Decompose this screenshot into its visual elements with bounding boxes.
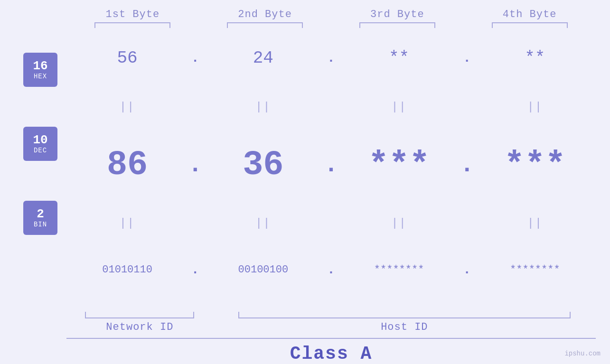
sep-1-b1: || bbox=[66, 101, 188, 113]
sep-2: || || || || bbox=[66, 216, 596, 231]
bin-b4: ******** bbox=[474, 264, 596, 276]
sep-1-b2: || bbox=[202, 101, 324, 113]
bin-num: 2 bbox=[37, 207, 44, 221]
bracket-4 bbox=[492, 22, 568, 28]
content-area: 16 HEX 10 DEC 2 BIN 56 . 24 . ** . ** bbox=[0, 33, 610, 312]
hex-b4: ** bbox=[474, 48, 596, 68]
bracket-cell-2 bbox=[199, 22, 331, 28]
hex-b3: ** bbox=[338, 48, 460, 68]
network-bracket bbox=[85, 312, 194, 318]
bracket-cell-3 bbox=[331, 22, 464, 28]
data-rows: 56 . 24 . ** . ** || || || || 86 bbox=[66, 33, 596, 312]
host-id-label: Host ID bbox=[213, 321, 596, 333]
bracket-cell-1 bbox=[66, 22, 199, 28]
sep-1: || || || || bbox=[66, 100, 596, 114]
byte3-header: 3rd Byte bbox=[331, 9, 464, 20]
dec-num: 10 bbox=[33, 133, 47, 147]
dec-b4: *** bbox=[474, 146, 596, 185]
byte4-header: 4th Byte bbox=[463, 9, 596, 20]
bin-b1: 01010110 bbox=[66, 264, 188, 276]
hex-dot1: . bbox=[188, 51, 202, 65]
dec-b3: *** bbox=[338, 146, 460, 185]
dec-b2: 36 bbox=[202, 146, 324, 185]
class-label: Class A bbox=[66, 339, 596, 364]
id-labels: Network ID Host ID bbox=[66, 321, 596, 333]
host-bracket bbox=[238, 312, 571, 318]
byte1-header: 1st Byte bbox=[66, 9, 199, 20]
host-bracket-wrap bbox=[213, 312, 596, 318]
top-bracket-row bbox=[0, 22, 610, 28]
network-id-label: Network ID bbox=[66, 321, 213, 333]
bin-dot1: . bbox=[188, 262, 202, 277]
sep-1-b4: || bbox=[474, 101, 596, 113]
bin-dot3: . bbox=[460, 262, 474, 277]
dec-row: 86 . 36 . *** . *** bbox=[66, 146, 596, 185]
network-bracket-wrap bbox=[66, 312, 213, 318]
hex-b1: 56 bbox=[66, 48, 188, 68]
dec-dot1: . bbox=[188, 151, 202, 178]
dec-b1: 86 bbox=[66, 146, 188, 185]
bin-badge: 2 BIN bbox=[23, 201, 57, 235]
byte-headers: 1st Byte 2nd Byte 3rd Byte 4th Byte bbox=[0, 0, 610, 20]
sep-2-b4: || bbox=[474, 217, 596, 230]
hex-row: 56 . 24 . ** . ** bbox=[66, 48, 596, 68]
bracket-2 bbox=[227, 22, 303, 28]
dec-dot2: . bbox=[324, 151, 338, 178]
sep-2-b2: || bbox=[202, 217, 324, 230]
bin-b2: 00100100 bbox=[202, 264, 324, 276]
hex-dot2: . bbox=[324, 51, 338, 65]
bin-b3: ******** bbox=[338, 264, 460, 276]
bin-row: 01010110 . 00100100 . ******** . *******… bbox=[66, 262, 596, 277]
labels-column: 16 HEX 10 DEC 2 BIN bbox=[14, 33, 66, 312]
bracket-3 bbox=[359, 22, 435, 28]
bin-label: BIN bbox=[34, 221, 47, 228]
bracket-1 bbox=[94, 22, 170, 28]
dec-badge: 10 DEC bbox=[23, 127, 57, 161]
watermark: ipshu.com bbox=[564, 350, 601, 357]
hex-b2: 24 bbox=[202, 48, 324, 68]
byte2-header: 2nd Byte bbox=[199, 9, 331, 20]
hex-badge: 16 HEX bbox=[23, 53, 57, 87]
hex-num: 16 bbox=[33, 59, 47, 73]
sep-2-b3: || bbox=[338, 217, 460, 230]
class-row: Class A bbox=[0, 338, 610, 364]
bottom-brackets bbox=[66, 312, 596, 318]
sep-2-b1: || bbox=[66, 217, 188, 230]
bin-dot2: . bbox=[324, 262, 338, 277]
bottom-area: Network ID Host ID bbox=[0, 312, 610, 333]
dec-label: DEC bbox=[34, 147, 47, 154]
hex-dot3: . bbox=[460, 51, 474, 65]
main-container: 1st Byte 2nd Byte 3rd Byte 4th Byte 16 H… bbox=[0, 0, 610, 364]
sep-1-b3: || bbox=[338, 101, 460, 113]
bracket-cell-4 bbox=[463, 22, 596, 28]
hex-label: HEX bbox=[34, 73, 47, 80]
dec-dot3: . bbox=[460, 151, 474, 178]
